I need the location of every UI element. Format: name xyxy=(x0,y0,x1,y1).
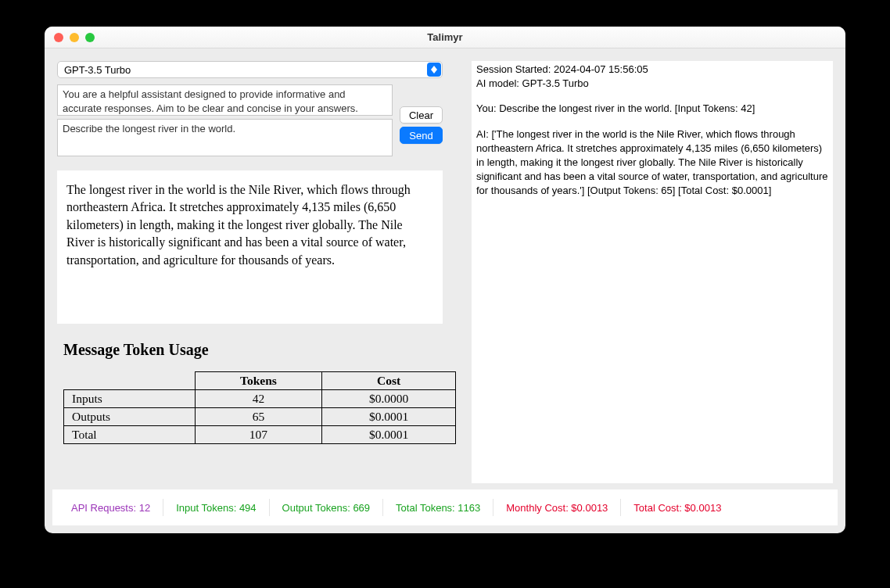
table-row: Inputs 42 $0.0000 xyxy=(64,390,456,408)
log-user-line: You: Describe the longest river in the w… xyxy=(476,102,828,116)
titlebar: Talimyr xyxy=(45,27,845,48)
close-icon[interactable] xyxy=(54,33,63,42)
window-title: Talimyr xyxy=(45,31,845,43)
chevron-up-down-icon xyxy=(427,63,441,77)
table-row: Total 107 $0.0001 xyxy=(64,426,456,444)
minimize-icon[interactable] xyxy=(70,33,79,42)
system-prompt-input[interactable] xyxy=(57,84,393,116)
col-cost: Cost xyxy=(322,372,456,390)
status-total-tokens: Total Tokens: 1163 xyxy=(383,499,493,516)
status-bar: API Requests: 12 Input Tokens: 494 Outpu… xyxy=(52,489,838,525)
clear-button[interactable]: Clear xyxy=(400,106,443,124)
log-session-header: Session Started: 2024-04-07 15:56:05 AI … xyxy=(476,63,828,91)
user-prompt-input[interactable] xyxy=(57,119,393,156)
status-monthly-cost: Monthly Cost: $0.0013 xyxy=(493,499,621,516)
log-ai-line: AI: ['The longest river in the world is … xyxy=(476,127,828,199)
app-window: Talimyr GPT-3.5 Turbo Clear Send xyxy=(45,27,845,533)
usage-heading: Message Token Usage xyxy=(63,341,456,359)
model-select-value: GPT-3.5 Turbo xyxy=(64,64,131,76)
send-button[interactable]: Send xyxy=(400,127,443,144)
session-log[interactable]: Session Started: 2024-04-07 15:56:05 AI … xyxy=(472,61,833,483)
token-usage-table: Tokens Cost Inputs 42 $0.0000 Outputs 65… xyxy=(63,371,456,444)
table-row: Outputs 65 $0.0001 xyxy=(64,408,456,426)
table-row: Tokens Cost xyxy=(64,372,456,390)
zoom-icon[interactable] xyxy=(85,33,95,42)
traffic-lights xyxy=(45,33,95,42)
model-select[interactable]: GPT-3.5 Turbo xyxy=(57,61,443,78)
status-output-tokens: Output Tokens: 669 xyxy=(270,499,384,516)
status-api-requests: API Requests: 12 xyxy=(59,499,163,516)
status-total-cost: Total Cost: $0.0013 xyxy=(621,499,734,516)
response-output: The longest river in the world is the Ni… xyxy=(57,170,443,324)
status-input-tokens: Input Tokens: 494 xyxy=(163,499,269,516)
col-tokens: Tokens xyxy=(195,372,321,390)
